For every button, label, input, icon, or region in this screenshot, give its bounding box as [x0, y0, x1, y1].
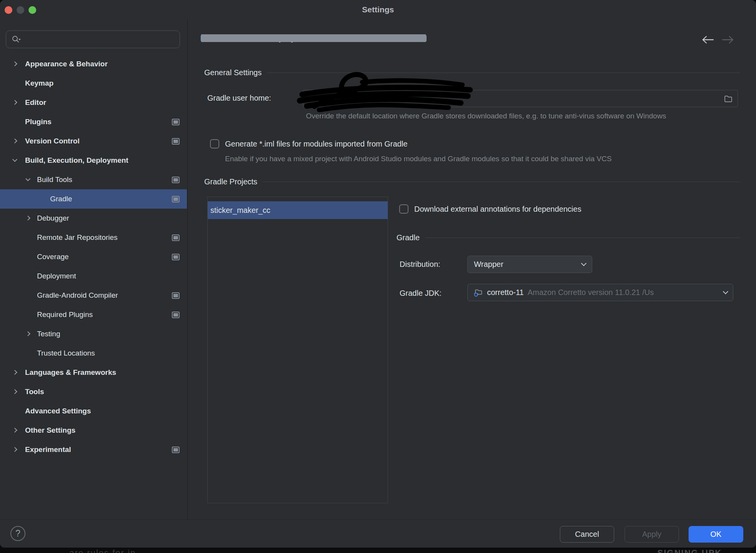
sidebar-item-label: Advanced Settings [25, 407, 91, 415]
sidebar-item-experimental[interactable]: Experimental [0, 440, 187, 459]
chevron-right-icon[interactable] [25, 216, 30, 221]
jdk-folder-icon [473, 288, 483, 298]
chevron-down-icon [723, 289, 728, 294]
sidebar-item-keymap[interactable]: Keymap [0, 74, 187, 93]
help-button[interactable]: ? [10, 526, 25, 541]
sidebar-item-debugger[interactable]: Debugger [0, 209, 187, 228]
sidebar-item-plugins[interactable]: Plugins [0, 112, 187, 132]
chevron-right-icon[interactable] [12, 138, 17, 143]
chevron-right-icon[interactable] [12, 61, 17, 66]
sidebar-item-build-tools[interactable]: Build Tools [0, 170, 187, 189]
sidebar-item-required-plugins[interactable]: Required Plugins [0, 305, 187, 324]
background-window: are rules for in SIGNING UPK [0, 548, 756, 553]
cancel-button[interactable]: Cancel [560, 526, 614, 543]
chevron-right-icon[interactable] [12, 389, 17, 394]
chevron-down-icon[interactable] [25, 176, 30, 181]
search-input[interactable] [6, 30, 180, 48]
chevron-down-icon [581, 261, 586, 266]
jdk-name: corretto-11 [487, 288, 524, 297]
sidebar-item-label: Gradle [50, 195, 72, 203]
sidebar-item-label: Version Control [25, 137, 79, 145]
settings-dialog: Settings Appearance & BehaviorKeymapEdit… [0, 0, 756, 548]
gradle-jdk-select[interactable]: corretto-11 Amazon Corretto version 11.0… [467, 284, 733, 301]
screen-settings-icon [419, 35, 427, 42]
sidebar-item-deployment[interactable]: Deployment [0, 266, 187, 286]
gradle-user-home-label: Gradle user home: [207, 94, 271, 103]
chevron-down-icon[interactable] [12, 157, 17, 162]
distribution-select[interactable]: Wrapper [467, 256, 592, 273]
generate-iml-help: Enable if you have a mixed project with … [225, 153, 612, 164]
forward-arrow-icon[interactable] [721, 35, 735, 45]
background-window-text: SIGNING UPK [657, 548, 722, 553]
sidebar-item-trusted-locations[interactable]: Trusted Locations [0, 344, 187, 363]
sidebar-item-advanced-settings[interactable]: Advanced Settings [0, 401, 187, 421]
distribution-label: Distribution: [400, 260, 440, 269]
sidebar-item-label: Tools [25, 388, 44, 396]
sidebar-item-label: Deployment [37, 272, 76, 280]
distribution-value: Wrapper [474, 260, 503, 269]
background-window-text: are rules for in [69, 548, 136, 553]
project-list-item[interactable]: sticker_maker_cc [208, 201, 388, 219]
help-question-icon: ? [15, 528, 20, 539]
title-bar: Settings [0, 0, 756, 19]
sidebar-item-other-settings[interactable]: Other Settings [0, 421, 187, 440]
settings-tree: Appearance & BehaviorKeymapEditorPlugins… [0, 54, 187, 459]
chevron-right-icon[interactable] [12, 447, 17, 452]
settings-sidebar: Appearance & BehaviorKeymapEditorPlugins… [0, 19, 188, 519]
chevron-right-icon[interactable] [12, 428, 17, 433]
screen-settings-icon [172, 138, 180, 145]
sidebar-item-coverage[interactable]: Coverage [0, 247, 187, 266]
section-divider [263, 182, 740, 182]
chevron-right-icon[interactable] [12, 100, 17, 105]
generate-iml-checkbox[interactable] [210, 139, 219, 148]
sidebar-item-label: Remote Jar Repositories [37, 233, 118, 242]
gradle-jdk-label: Gradle JDK: [400, 289, 442, 298]
screen-settings-icon [172, 119, 180, 125]
section-gradle: Gradle [396, 233, 740, 242]
screen-settings-icon [172, 196, 180, 202]
sidebar-item-gradle-android-compiler[interactable]: Gradle-Android Compiler [0, 286, 187, 305]
sidebar-item-label: Trusted Locations [37, 349, 95, 357]
sidebar-item-build-execution-deployment[interactable]: Build, Execution, Deployment [0, 151, 187, 170]
sidebar-item-label: Build Tools [37, 175, 72, 184]
sidebar-item-label: Build, Execution, Deployment [25, 156, 128, 165]
sidebar-item-label: Languages & Frameworks [25, 368, 116, 377]
screen-settings-icon [172, 447, 180, 453]
sidebar-item-label: Experimental [25, 445, 71, 454]
sidebar-item-appearance-behavior[interactable]: Appearance & Behavior [0, 54, 187, 74]
screen-settings-icon [172, 234, 180, 241]
back-arrow-icon[interactable] [701, 35, 714, 45]
chevron-right-icon[interactable] [25, 331, 30, 336]
sidebar-item-version-control[interactable]: Version Control [0, 132, 187, 151]
ok-button[interactable]: OK [689, 526, 743, 543]
sidebar-item-editor[interactable]: Editor [0, 93, 187, 112]
sidebar-item-remote-jar-repositories[interactable]: Remote Jar Repositories [0, 228, 187, 247]
screen-settings-icon [172, 254, 180, 260]
section-divider [425, 238, 740, 238]
screen-settings-icon [172, 177, 180, 183]
sidebar-item-label: Debugger [37, 214, 69, 223]
section-title: Gradle Projects [204, 177, 257, 186]
search-icon [11, 35, 22, 45]
sidebar-item-languages-frameworks[interactable]: Languages & Frameworks [0, 363, 187, 382]
folder-browse-icon[interactable] [724, 94, 733, 103]
sidebar-item-label: Coverage [37, 253, 69, 261]
download-annotations-label: Download external annotations for depend… [414, 205, 581, 214]
sidebar-item-label: Testing [37, 330, 60, 338]
window-title: Settings [0, 5, 756, 14]
redaction-scribble [296, 71, 482, 117]
apply-button[interactable]: Apply [625, 526, 679, 543]
sidebar-item-label: Plugins [25, 118, 52, 126]
download-annotations-checkbox[interactable] [399, 204, 408, 214]
sidebar-item-label: Appearance & Behavior [25, 60, 108, 68]
jdk-detail: Amazon Corretto version 11.0.21 /Us [528, 288, 720, 297]
section-title: Gradle [396, 233, 420, 242]
sidebar-item-testing[interactable]: Testing [0, 324, 187, 344]
chevron-right-icon[interactable] [12, 370, 17, 375]
sidebar-item-label: Other Settings [25, 426, 76, 435]
download-annotations-row: Download external annotations for depend… [399, 204, 581, 214]
sidebar-item-tools[interactable]: Tools [0, 382, 187, 401]
screen-settings-icon [172, 312, 180, 318]
screen-settings-icon [172, 292, 180, 299]
sidebar-item-gradle[interactable]: Gradle [0, 189, 187, 209]
